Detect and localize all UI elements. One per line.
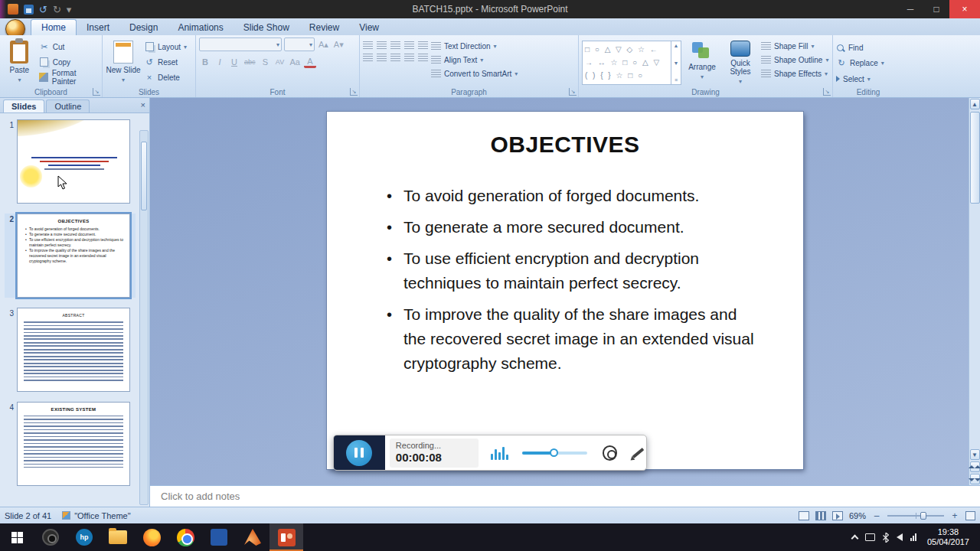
find-button[interactable]: Find xyxy=(836,42,884,54)
save-icon[interactable] xyxy=(24,5,34,15)
tray-expand-icon[interactable] xyxy=(852,533,858,541)
display-icon[interactable] xyxy=(865,533,875,541)
close-pane-icon[interactable]: × xyxy=(141,100,145,109)
webcam-icon[interactable] xyxy=(603,445,618,461)
slide-thumbnail-3[interactable]: 3 ABSTRACT xyxy=(5,308,136,392)
clipboard-dialog-launcher[interactable]: ↘ xyxy=(93,88,100,96)
fit-to-window-button[interactable] xyxy=(965,511,975,520)
text-shadow-button[interactable]: S xyxy=(260,56,272,68)
taskbar-file-explorer[interactable] xyxy=(101,523,135,551)
pause-button[interactable] xyxy=(346,440,372,466)
slide-sorter-view-button[interactable] xyxy=(815,511,826,520)
arrange-button[interactable]: Arrange ▾ xyxy=(684,37,720,85)
maximize-button[interactable]: □ xyxy=(923,0,949,18)
bluetooth-icon[interactable] xyxy=(883,533,889,543)
tab-slide-show[interactable]: Slide Show xyxy=(234,20,299,35)
slide-thumbnail-1[interactable]: 1 xyxy=(5,119,136,204)
slide-title[interactable]: OBJECTIVES xyxy=(327,132,803,158)
scrollbar-thumb[interactable] xyxy=(970,112,980,204)
taskbar-chrome[interactable] xyxy=(168,523,202,551)
redo-icon[interactable]: ↻ xyxy=(53,5,61,15)
notes-pane[interactable]: Click to add notes xyxy=(150,485,980,507)
change-case-button[interactable]: Aa xyxy=(289,56,302,68)
normal-view-button[interactable] xyxy=(799,511,809,520)
line-spacing-button[interactable] xyxy=(418,41,428,50)
justify-button[interactable] xyxy=(404,54,414,62)
quick-styles-button[interactable]: Quick Styles ▾ xyxy=(723,37,758,85)
tab-view[interactable]: View xyxy=(349,20,389,35)
copy-button[interactable]: Copy xyxy=(39,56,99,68)
tab-design[interactable]: Design xyxy=(119,20,168,35)
zoom-slider-knob[interactable] xyxy=(920,512,926,520)
taskbar-firefox[interactable] xyxy=(135,523,168,551)
scroll-down-button[interactable]: ▼ xyxy=(970,449,980,460)
shapes-gallery[interactable]: □ ○ △ ▽ ◇ ☆ ← → ↔ ☆ □ ○ △ ▽ ( ) { } ☆ □ … xyxy=(582,41,681,85)
tab-review[interactable]: Review xyxy=(299,20,349,35)
columns-button[interactable] xyxy=(418,54,428,62)
next-slide-button[interactable] xyxy=(970,474,980,484)
slide-thumbnail-4[interactable]: 4 EXISTING SYSTEM xyxy=(5,402,136,486)
bullets-button[interactable] xyxy=(363,41,373,50)
previous-slide-button[interactable] xyxy=(970,461,980,472)
layout-button[interactable]: Layout▾ xyxy=(144,41,187,53)
taskbar-powerpoint[interactable] xyxy=(270,523,303,551)
strikethrough-button[interactable]: abc xyxy=(243,56,257,68)
volume-slider[interactable] xyxy=(522,452,587,455)
drawing-dialog-launcher[interactable]: ↘ xyxy=(823,88,831,96)
cut-button[interactable]: ✂Cut xyxy=(39,41,99,53)
increase-indent-button[interactable] xyxy=(404,41,414,50)
slide-thumbnail-2[interactable]: 2 OBJECTIVES To avoid generation of forg… xyxy=(5,214,136,298)
font-size-combobox[interactable]: ▾ xyxy=(284,37,315,51)
tab-animations[interactable]: Animations xyxy=(168,20,233,35)
pen-icon[interactable] xyxy=(629,445,646,461)
align-center-button[interactable] xyxy=(377,54,387,62)
slides-tab[interactable]: Slides xyxy=(3,99,44,112)
shape-fill-button[interactable]: Shape Fill▾ xyxy=(761,41,828,52)
underline-button[interactable]: U xyxy=(228,56,240,68)
thumbnail-scrollbar[interactable] xyxy=(139,130,149,505)
decrease-indent-button[interactable] xyxy=(390,41,400,50)
font-color-button[interactable]: A xyxy=(304,56,316,68)
align-right-button[interactable] xyxy=(390,54,400,62)
bold-button[interactable]: B xyxy=(199,56,211,68)
vertical-scrollbar[interactable]: ▲ ▼ xyxy=(969,98,980,485)
minimize-button[interactable]: ─ xyxy=(897,0,923,18)
scroll-up-button[interactable]: ▲ xyxy=(970,99,980,109)
shapes-gallery-scroll[interactable]: ▲ ▼ ≡ xyxy=(671,41,681,84)
text-direction-button[interactable]: Text Direction▾ xyxy=(431,41,518,52)
taskbar-matlab[interactable] xyxy=(236,523,270,551)
taskbar-photos-app[interactable] xyxy=(202,523,236,551)
reset-button[interactable]: ↺Reset xyxy=(144,56,187,68)
zoom-out-button[interactable]: – xyxy=(872,510,881,521)
format-painter-button[interactable]: Format Painter xyxy=(39,71,99,83)
slide-canvas[interactable]: OBJECTIVES To avoid generation of forged… xyxy=(327,112,803,469)
convert-to-smartart-button[interactable]: Convert to SmartArt▾ xyxy=(431,68,518,80)
tab-home[interactable]: Home xyxy=(31,19,77,35)
font-dialog-launcher[interactable]: ↘ xyxy=(350,88,358,96)
start-button[interactable] xyxy=(0,523,34,551)
shape-effects-button[interactable]: Shape Effects▾ xyxy=(761,68,828,80)
undo-icon[interactable]: ↺ xyxy=(39,5,47,15)
shape-outline-button[interactable]: Shape Outline▾ xyxy=(761,54,828,66)
align-left-button[interactable] xyxy=(363,54,373,62)
character-spacing-button[interactable]: AV xyxy=(274,56,286,68)
paragraph-dialog-launcher[interactable]: ↘ xyxy=(569,88,577,96)
taskbar-clock[interactable]: 19:38 05/04/2017 xyxy=(924,527,972,547)
replace-button[interactable]: ↻Replace▾ xyxy=(836,57,884,69)
slider-knob[interactable] xyxy=(550,448,558,457)
align-text-button[interactable]: Align Text▾ xyxy=(431,54,518,66)
zoom-slider[interactable] xyxy=(887,515,944,517)
taskbar-hp-app[interactable]: hp xyxy=(67,523,101,551)
numbering-button[interactable] xyxy=(377,41,387,50)
zoom-in-button[interactable]: + xyxy=(950,510,959,521)
shrink-font-button[interactable]: A▾ xyxy=(332,38,345,51)
paste-button[interactable]: Paste ▾ xyxy=(3,37,36,85)
new-slide-button[interactable]: New Slide ▾ xyxy=(106,37,141,85)
grow-font-button[interactable]: A▴ xyxy=(317,38,330,51)
tab-insert[interactable]: Insert xyxy=(77,20,119,35)
font-name-combobox[interactable]: ▾ xyxy=(199,37,282,51)
select-button[interactable]: Select▾ xyxy=(836,73,884,85)
network-icon[interactable] xyxy=(910,533,916,541)
volume-icon[interactable] xyxy=(897,533,903,541)
close-button[interactable]: × xyxy=(949,0,980,18)
